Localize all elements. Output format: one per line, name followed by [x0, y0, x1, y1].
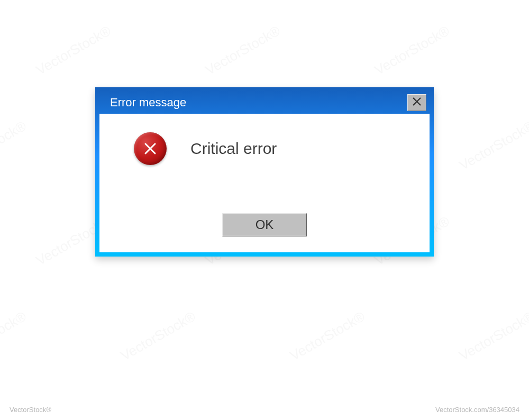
- watermark-footer: VectorStock® VectorStock.com/36345034: [0, 406, 529, 414]
- error-dialog: Error message Critical error OK: [95, 87, 434, 257]
- close-icon: [412, 97, 422, 108]
- error-message: Critical error: [190, 140, 277, 158]
- watermark-id: VectorStock.com/36345034: [435, 406, 519, 414]
- dialog-body: Critical error OK: [99, 114, 430, 252]
- dialog-title: Error message: [110, 96, 186, 109]
- content-row: Critical error: [99, 114, 430, 165]
- ok-button[interactable]: OK: [222, 213, 307, 236]
- titlebar[interactable]: Error message: [99, 92, 430, 114]
- watermark-brand: VectorStock®: [10, 406, 51, 414]
- error-icon: [134, 132, 167, 165]
- ok-label: OK: [256, 217, 274, 232]
- button-row: OK: [99, 213, 430, 236]
- close-button[interactable]: [407, 94, 426, 111]
